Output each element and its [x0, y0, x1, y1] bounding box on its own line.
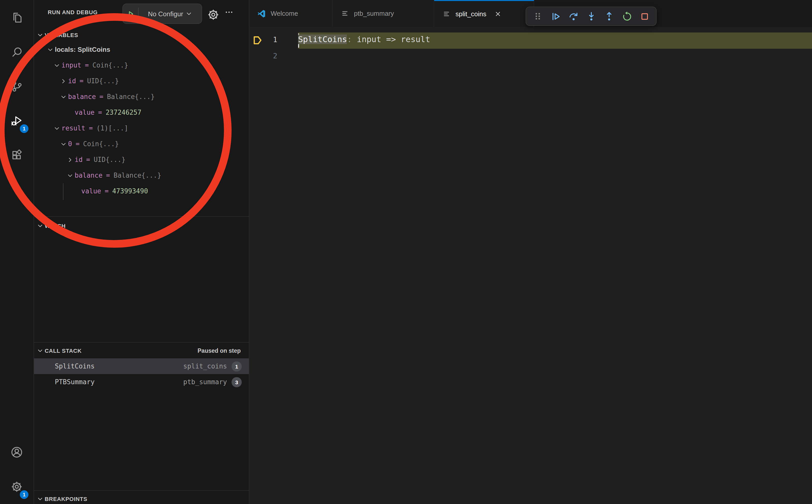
run-and-debug-sidebar: RUN AND DEBUG No Configur VARIABLES loca… — [34, 0, 249, 504]
chevron-right-icon — [65, 156, 75, 163]
variables-section: VARIABLES — [34, 28, 249, 42]
variable-row[interactable]: value=473993490 — [34, 183, 249, 199]
watch-section-header[interactable]: WATCH — [34, 219, 249, 232]
gear-icon[interactable] — [206, 8, 220, 22]
line-number: 1 — [262, 36, 277, 44]
restart-button[interactable] — [619, 9, 634, 24]
section-divider — [34, 490, 249, 491]
variable-row[interactable]: result=(1)[...] — [34, 120, 249, 136]
stop-icon — [639, 10, 650, 22]
toolbar-drag-handle[interactable] — [530, 9, 546, 24]
call-stack-frame[interactable]: PTBSummaryptb_summary3 — [34, 374, 249, 390]
debug-toolbar — [526, 7, 657, 26]
variable-value: Coin{...} — [92, 61, 128, 69]
ellipsis-icon[interactable] — [224, 8, 234, 17]
files-icon — [10, 10, 24, 24]
grip-icon — [533, 11, 543, 21]
call-stack-section: CALL STACK Paused on step SplitCoinsspli… — [34, 344, 249, 357]
scope-label: locals: SplitCoins — [55, 46, 110, 53]
variable-row[interactable]: balance=Balance{...} — [34, 167, 249, 183]
watch-section-title: WATCH — [45, 223, 66, 229]
breakpoints-section-header[interactable]: BREAKPOINTS — [34, 492, 249, 504]
debug-config-dropdown[interactable]: No Configur — [139, 9, 202, 18]
code-editor[interactable]: 1 2 SplitCoins: input => result — [249, 27, 812, 504]
call-stack-section-header[interactable]: CALL STACK Paused on step — [34, 344, 249, 357]
editor-area: Welcomeptb_summarysplit_coins 1 2 SplitC… — [249, 0, 812, 504]
highlighted-word: SplitCoins — [298, 35, 347, 44]
section-divider — [34, 342, 249, 343]
variable-name: balance — [68, 93, 96, 100]
tab-split_coins[interactable]: split_coins — [434, 0, 534, 27]
activity-extensions[interactable] — [0, 138, 34, 173]
activity-search[interactable] — [0, 35, 34, 69]
activity-account[interactable] — [0, 435, 34, 469]
extensions-icon — [10, 148, 24, 162]
indent-guide — [63, 183, 63, 200]
account-icon — [10, 445, 24, 459]
activity-run-and-debug[interactable]: 1 — [0, 104, 34, 138]
chevron-down-icon — [52, 62, 61, 69]
tab-label: ptb_summary — [354, 10, 394, 17]
source-control-icon — [10, 79, 24, 93]
activity-source-control[interactable] — [0, 69, 34, 104]
close-icon[interactable] — [494, 10, 502, 18]
step-over-button[interactable] — [566, 9, 581, 24]
chevron-down-icon — [185, 10, 192, 17]
variable-value: UID{...} — [94, 156, 125, 163]
search-icon — [10, 45, 24, 59]
variable-row[interactable]: locals: SplitCoins — [34, 42, 249, 57]
sidebar-header: RUN AND DEBUG No Configur — [34, 0, 249, 27]
frame-line-badge: 3 — [231, 377, 242, 387]
variable-name: input — [61, 61, 81, 69]
frame-location: split_coins1 — [183, 361, 242, 371]
step-into-button[interactable] — [584, 9, 599, 24]
chevron-down-icon — [52, 125, 61, 132]
code-punct: : — [347, 35, 352, 44]
tab-label: split_coins — [456, 10, 486, 18]
badge: 1 — [20, 124, 28, 133]
variable-row[interactable]: id=UID{...} — [34, 73, 249, 89]
watch-section: WATCH — [34, 219, 249, 232]
variable-row[interactable]: 0=Coin{...} — [34, 136, 249, 152]
list-file-icon — [442, 10, 451, 18]
tab-ptb_summary[interactable]: ptb_summary — [332, 0, 434, 27]
step-into-icon — [585, 10, 597, 22]
debug-config-label: No Configur — [148, 10, 183, 18]
continue-button[interactable] — [548, 9, 563, 24]
variable-value: Coin{...} — [83, 140, 119, 148]
frame-name: SplitCoins — [55, 362, 95, 370]
badge: 1 — [20, 490, 28, 499]
stop-button[interactable] — [637, 9, 652, 24]
step-out-icon — [603, 10, 615, 22]
equals-sign: = — [85, 61, 89, 69]
variable-name: 0 — [68, 140, 72, 148]
chevron-down-icon — [36, 222, 45, 229]
chevron-down-icon — [59, 140, 68, 147]
vscode-logo-icon — [257, 9, 266, 18]
tab-Welcome[interactable]: Welcome — [249, 0, 332, 27]
restart-icon — [621, 10, 633, 22]
chevron-down-icon — [36, 31, 45, 39]
variable-row[interactable]: value=237246257 — [34, 105, 249, 120]
equals-sign: = — [86, 156, 90, 163]
code-line-1[interactable]: SplitCoins: input => result — [298, 35, 430, 44]
activity-settings[interactable]: 1 — [0, 469, 34, 504]
variable-row[interactable]: balance=Balance{...} — [34, 89, 249, 105]
variable-name: id — [75, 156, 82, 163]
variables-section-header[interactable]: VARIABLES — [34, 28, 249, 42]
variable-row[interactable]: input=Coin{...} — [34, 57, 249, 73]
step-out-button[interactable] — [601, 9, 617, 24]
variable-value: UID{...} — [87, 77, 119, 85]
section-divider — [34, 216, 249, 217]
variable-value: Balance{...} — [113, 172, 161, 179]
variable-row[interactable]: id=UID{...} — [34, 152, 249, 167]
start-debug-play-icon[interactable] — [123, 9, 138, 18]
breakpoints-section: BREAKPOINTS — [34, 492, 249, 504]
call-stack-list: SplitCoinssplit_coins1PTBSummaryptb_summ… — [34, 358, 249, 390]
variable-name: value — [75, 109, 94, 116]
variable-name: id — [68, 77, 76, 85]
activity-explorer[interactable] — [0, 0, 34, 35]
variables-section-title: VARIABLES — [45, 32, 78, 38]
frame-line-badge: 1 — [231, 361, 242, 371]
call-stack-frame[interactable]: SplitCoinssplit_coins1 — [34, 358, 249, 374]
